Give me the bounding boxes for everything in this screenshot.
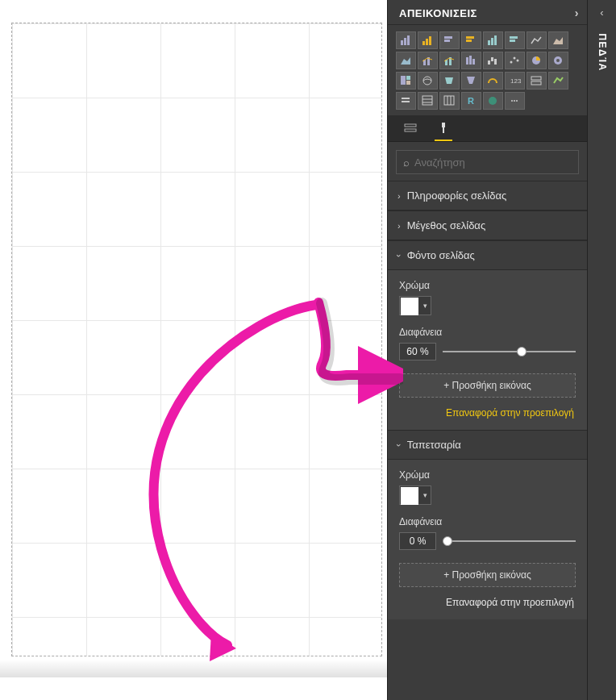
- add-image-label: + Προσθήκη εικόνας: [443, 569, 531, 581]
- shadow: [0, 660, 387, 677]
- viz-clustered-bar[interactable]: [418, 31, 438, 49]
- slider-thumb[interactable]: [443, 536, 452, 546]
- slider-thumb[interactable]: [517, 347, 527, 356]
- viz-100-stacked-bar[interactable]: [483, 31, 503, 49]
- viz-line-column[interactable]: [418, 52, 438, 69]
- reset-default-link[interactable]: Επαναφορά στην προεπιλογή: [399, 407, 576, 419]
- wallpaper-color-picker[interactable]: ▾: [399, 485, 431, 505]
- chevron-left-icon[interactable]: ‹: [600, 6, 603, 19]
- svg-rect-9: [466, 40, 472, 42]
- chevron-right-icon: ›: [397, 221, 401, 231]
- viz-stacked-bar[interactable]: [396, 31, 416, 49]
- add-image-button[interactable]: + Προσθήκη εικόνας: [399, 373, 576, 398]
- svg-rect-5: [429, 36, 431, 45]
- viz-area[interactable]: [548, 31, 568, 49]
- transparency-slider[interactable]: [443, 351, 576, 352]
- color-swatch: [401, 298, 418, 315]
- format-tab[interactable]: [435, 120, 452, 141]
- viz-treemap[interactable]: [396, 72, 416, 90]
- svg-marker-16: [401, 57, 410, 65]
- svg-rect-14: [510, 40, 515, 42]
- search-icon: ⌕: [403, 156, 410, 169]
- viz-map[interactable]: [418, 72, 438, 90]
- viz-more[interactable]: [505, 92, 525, 110]
- svg-rect-35: [406, 81, 410, 85]
- section-page-info[interactable]: › Πληροφορίες σελίδας: [388, 181, 587, 210]
- viz-slicer[interactable]: [396, 92, 416, 110]
- viz-table[interactable]: [418, 92, 438, 110]
- viz-stacked-area[interactable]: [396, 52, 416, 69]
- svg-rect-1: [404, 38, 406, 45]
- viz-line-stacked-column[interactable]: [439, 52, 460, 69]
- svg-rect-6: [444, 36, 452, 39]
- viz-column-clustered[interactable]: [461, 31, 481, 49]
- section-page-size[interactable]: › Μέγεθος σελίδας: [388, 210, 587, 240]
- svg-rect-22: [469, 56, 472, 65]
- svg-rect-40: [531, 81, 541, 85]
- pagebg-color-picker[interactable]: ▾: [399, 296, 431, 315]
- section-wallpaper[interactable]: › Ταπετσαρία: [388, 430, 587, 460]
- viz-multi-card[interactable]: [527, 72, 547, 90]
- viz-ribbon[interactable]: [461, 52, 481, 69]
- svg-rect-34: [406, 76, 410, 80]
- report-canvas[interactable]: [0, 0, 387, 677]
- svg-rect-25: [491, 57, 493, 61]
- chevron-down-icon: ▾: [419, 297, 431, 315]
- svg-point-53: [516, 100, 518, 102]
- viz-r[interactable]: R: [461, 92, 481, 110]
- svg-point-52: [514, 100, 515, 102]
- fields-title: ΠΕΔΊΑ: [597, 33, 608, 71]
- viz-matrix[interactable]: [439, 92, 460, 110]
- viz-pie[interactable]: [527, 52, 547, 69]
- viz-funnel[interactable]: [461, 72, 481, 90]
- transparency-slider[interactable]: [443, 540, 576, 542]
- viz-card[interactable]: 123: [505, 72, 525, 90]
- add-image-button[interactable]: + Προσθήκη εικόνας: [399, 563, 576, 587]
- svg-rect-54: [405, 124, 416, 127]
- wallpaper-transparency-row: 0 %: [399, 532, 576, 550]
- svg-rect-11: [491, 38, 493, 45]
- svg-rect-7: [444, 40, 450, 42]
- fields-panel-collapsed[interactable]: ‹ ΠΕΔΊΑ: [587, 0, 616, 700]
- svg-rect-33: [401, 76, 406, 85]
- fields-tab[interactable]: [402, 120, 420, 141]
- svg-rect-39: [531, 77, 541, 80]
- section-page-background[interactable]: › Φόντο σελίδας: [388, 240, 587, 270]
- svg-rect-23: [472, 59, 475, 65]
- transparency-value[interactable]: 0 %: [399, 532, 436, 550]
- alignment-grid: [12, 23, 381, 656]
- viz-arcgis[interactable]: [483, 92, 503, 110]
- svg-marker-15: [553, 37, 563, 44]
- svg-point-50: [489, 97, 497, 105]
- svg-point-28: [513, 57, 515, 60]
- page-boundary: [11, 23, 382, 656]
- svg-point-29: [516, 60, 518, 62]
- viz-scatter[interactable]: [505, 52, 525, 69]
- viz-gauge[interactable]: [483, 72, 503, 90]
- svg-rect-41: [402, 98, 410, 99]
- svg-point-27: [510, 61, 512, 64]
- viz-kpi[interactable]: [548, 72, 568, 90]
- viz-filled-map[interactable]: [439, 72, 460, 90]
- pagebg-transparency-row: 60 %: [399, 343, 576, 360]
- reset-label: Επαναφορά στην προεπιλογή: [446, 407, 574, 419]
- chevron-right-icon[interactable]: ›: [575, 6, 579, 19]
- panel-header[interactable]: ΑΠΕΙΚΟΝΙΣΕΙΣ ›: [388, 0, 587, 25]
- svg-rect-46: [444, 96, 454, 105]
- viz-line[interactable]: [527, 31, 547, 49]
- viz-100-stacked-column[interactable]: [505, 31, 525, 49]
- svg-rect-43: [422, 96, 432, 105]
- transparency-value[interactable]: 60 %: [399, 343, 436, 360]
- viz-donut[interactable]: [548, 52, 568, 69]
- reset-default-link[interactable]: Επαναφορά στην προεπιλογή: [399, 597, 576, 608]
- chevron-down-icon: ▾: [419, 486, 431, 504]
- svg-rect-4: [426, 39, 428, 45]
- chevron-down-icon: ›: [394, 444, 404, 447]
- search-input[interactable]: [414, 156, 572, 169]
- svg-rect-55: [405, 129, 416, 131]
- viz-waterfall[interactable]: [483, 52, 503, 69]
- viz-column-stacked[interactable]: [439, 31, 460, 49]
- svg-point-51: [511, 100, 513, 102]
- color-swatch: [401, 487, 418, 505]
- search-box[interactable]: ⌕: [396, 150, 579, 174]
